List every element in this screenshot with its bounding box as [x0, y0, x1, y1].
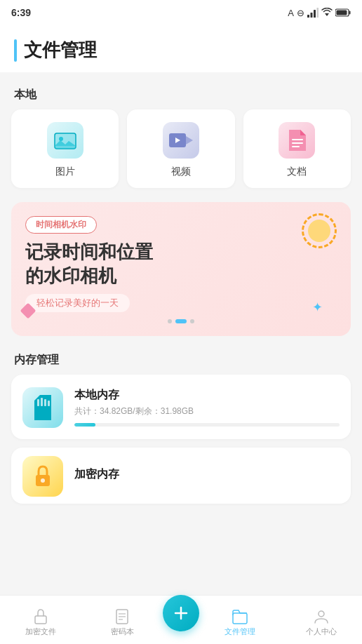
- svg-marker-4: [325, 13, 329, 16]
- password-book-icon: [114, 609, 130, 624]
- banner-dot-1: [168, 319, 172, 323]
- local-memory-info: 本地内存 共计：34.82GB/剩余：31.98GB: [74, 388, 340, 427]
- notification-icon: A: [288, 8, 294, 18]
- local-section-header: 本地: [0, 78, 362, 109]
- banner-deco-sparkle: ✦: [312, 300, 323, 315]
- svg-rect-3: [317, 8, 319, 18]
- local-memory-card[interactable]: 本地内存 共计：34.82GB/剩余：31.98GB: [11, 375, 351, 439]
- nav-profile-label: 个人中心: [306, 626, 337, 637]
- status-time: 6:39: [11, 7, 31, 18]
- docs-label: 文档: [287, 166, 307, 178]
- local-memory-size: 共计：34.82GB/剩余：31.98GB: [74, 405, 340, 417]
- video-label: 视频: [171, 166, 191, 178]
- title-accent-bar: [14, 39, 17, 62]
- file-manager-icon: [232, 609, 248, 624]
- nav-file-manager[interactable]: 文件管理: [199, 603, 281, 637]
- bottom-nav: 加密文件 密码本 文件管理 个人中心: [0, 595, 362, 644]
- banner-deco-circle: [302, 213, 337, 248]
- banner-deco-inner: [308, 220, 330, 242]
- plus-icon: [173, 605, 189, 622]
- photos-label: 图片: [55, 166, 75, 178]
- banner[interactable]: 时间相机水印 记录时间和位置的水印相机 轻松记录美好的一天 ✦: [11, 202, 351, 336]
- encrypted-memory-info: 加密内存: [74, 467, 340, 485]
- photos-icon: [54, 130, 76, 150]
- svg-rect-30: [233, 613, 247, 624]
- category-docs[interactable]: 文档: [243, 109, 351, 188]
- battery-icon: [335, 8, 351, 17]
- svg-rect-7: [337, 11, 347, 15]
- svg-rect-20: [48, 401, 50, 406]
- local-memory-bar-fill: [74, 423, 95, 427]
- svg-rect-19: [44, 399, 46, 406]
- nav-fab[interactable]: [163, 595, 199, 631]
- status-icons: A ⊖: [288, 8, 351, 18]
- memory-section-header: 内存管理: [0, 347, 362, 375]
- svg-rect-17: [37, 399, 39, 406]
- nav-file-manager-label: 文件管理: [224, 626, 255, 637]
- encrypted-memory-icon-wrap: [22, 456, 63, 497]
- svg-point-10: [59, 137, 63, 141]
- banner-dot-2: [175, 319, 187, 323]
- profile-icon: [314, 609, 329, 624]
- docs-icon: [286, 128, 307, 152]
- svg-rect-2: [314, 10, 316, 18]
- wifi-icon: [321, 8, 333, 18]
- svg-point-31: [319, 611, 324, 617]
- encrypted-memory-name: 加密内存: [74, 467, 340, 482]
- sd-card-icon: [32, 395, 54, 420]
- file-categories: 图片 视频: [0, 109, 362, 199]
- local-memory-bar-bg: [74, 423, 340, 427]
- status-bar: 6:39 A ⊖: [0, 0, 362, 25]
- banner-title: 记录时间和位置的水印相机: [25, 241, 337, 288]
- local-memory-name: 本地内存: [74, 388, 340, 403]
- nav-encrypted-files-label: 加密文件: [25, 626, 56, 637]
- encrypted-memory-card[interactable]: 加密内存: [11, 448, 351, 504]
- banner-subtitle: 轻松记录美好的一天: [25, 294, 130, 312]
- banner-tag: 时间相机水印: [25, 216, 97, 234]
- svg-point-22: [41, 478, 45, 483]
- svg-rect-6: [349, 11, 351, 15]
- nav-encrypted-files[interactable]: 加密文件: [0, 603, 81, 637]
- nav-password-book-label: 密码本: [111, 626, 134, 637]
- nav-password-book[interactable]: 密码本: [81, 603, 163, 637]
- docs-icon-bg: [279, 122, 315, 159]
- video-icon-bg: [163, 122, 199, 159]
- local-memory-icon-wrap: [22, 387, 63, 428]
- svg-rect-1: [311, 13, 313, 18]
- encrypted-files-icon: [33, 609, 48, 624]
- svg-rect-18: [41, 398, 43, 406]
- lock-icon: [33, 465, 53, 488]
- nav-profile[interactable]: 个人中心: [281, 603, 362, 637]
- svg-rect-0: [307, 15, 309, 18]
- page-title: 文件管理: [24, 38, 97, 62]
- banner-dots: [25, 319, 337, 323]
- video-icon: [168, 130, 194, 150]
- banner-dot-3: [190, 319, 194, 323]
- svg-rect-23: [35, 616, 46, 624]
- signal-icon: [307, 8, 319, 18]
- category-photos[interactable]: 图片: [11, 109, 119, 188]
- main-content: 文件管理 本地 图片: [0, 25, 362, 595]
- svg-marker-12: [186, 136, 193, 145]
- category-video[interactable]: 视频: [127, 109, 234, 188]
- photos-icon-bg: [47, 122, 83, 159]
- page-title-section: 文件管理: [0, 25, 362, 72]
- minus-icon: ⊖: [297, 8, 304, 18]
